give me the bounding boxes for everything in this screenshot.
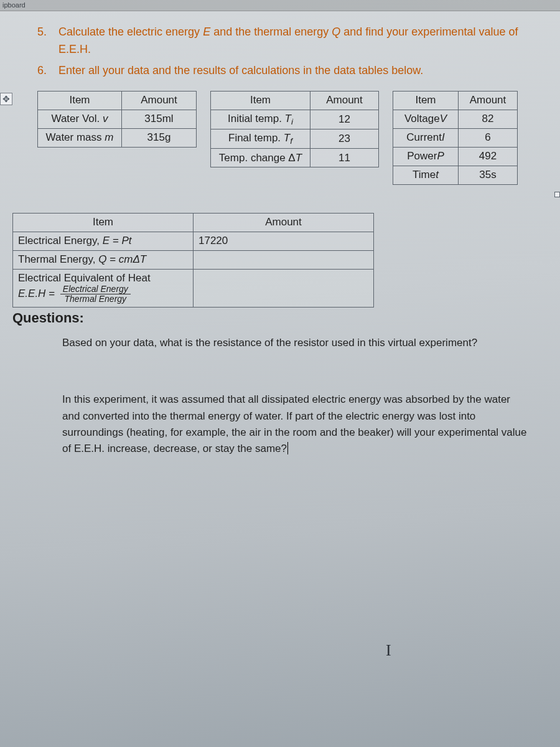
question-2[interactable]: In this experiment, it was assumed that … bbox=[62, 392, 529, 457]
cell-amount[interactable]: 11 bbox=[310, 149, 379, 167]
header-amount: Amount bbox=[194, 213, 374, 232]
cell-amount[interactable] bbox=[194, 269, 374, 307]
text-cursor-icon bbox=[287, 442, 289, 454]
table-row: Water mass m 315g bbox=[38, 128, 197, 147]
header-amount: Amount bbox=[122, 91, 197, 110]
table-row: VoltageV 82 bbox=[393, 110, 518, 128]
header-item: Item bbox=[13, 213, 194, 232]
header-amount: Amount bbox=[459, 91, 518, 110]
cell-item[interactable]: Temp. change ΔT bbox=[211, 149, 310, 167]
move-icon: ✥ bbox=[2, 94, 10, 104]
questions-header: Questions: bbox=[12, 310, 529, 326]
question-1: Based on your data, what is the resistan… bbox=[62, 335, 529, 351]
table-row: Electrical Equivalent of Heat E.E.H = El… bbox=[13, 269, 374, 307]
table-resize-handle[interactable] bbox=[554, 192, 560, 197]
mouse-ibeam-cursor: I bbox=[386, 641, 391, 660]
table-header-row: Item Amount bbox=[393, 91, 518, 110]
table-row: Water Vol. v 315ml bbox=[38, 110, 197, 128]
cell-item[interactable]: PowerP bbox=[393, 147, 459, 166]
cell-amount[interactable]: 315ml bbox=[122, 110, 197, 128]
cell-item[interactable]: Water mass m bbox=[38, 128, 122, 147]
cell-item[interactable]: Electrical Energy, E = Pt bbox=[13, 232, 194, 250]
cell-amount[interactable]: 492 bbox=[459, 147, 518, 166]
results-table: Item Amount Electrical Energy, E = Pt 17… bbox=[12, 213, 374, 308]
temperature-table: Item Amount Initial temp. Ti 12 Final te… bbox=[210, 91, 379, 168]
ribbon-label: ipboard bbox=[0, 1, 26, 9]
table-row: Electrical Energy, E = Pt 17220 bbox=[13, 232, 374, 250]
header-item: Item bbox=[211, 91, 310, 110]
instruction-item-5: 5. Calculate the electric energy E and t… bbox=[37, 24, 529, 59]
instruction-item-6: 6. Enter all your data and the results o… bbox=[37, 62, 529, 80]
list-number: 6. bbox=[37, 62, 51, 80]
instruction-list: 5. Calculate the electric energy E and t… bbox=[37, 24, 529, 80]
cell-item[interactable]: Water Vol. v bbox=[38, 110, 122, 128]
cell-amount[interactable]: 17220 bbox=[194, 232, 374, 250]
cell-amount[interactable] bbox=[194, 250, 374, 269]
cell-item[interactable]: Thermal Energy, Q = cmΔT bbox=[13, 250, 194, 269]
cell-amount[interactable]: 12 bbox=[310, 110, 379, 129]
cell-amount[interactable]: 23 bbox=[310, 129, 379, 149]
electrical-table: Item Amount VoltageV 82 CurrentI 6 Power… bbox=[393, 91, 518, 185]
header-amount: Amount bbox=[310, 91, 379, 110]
water-table: Item Amount Water Vol. v 315ml Water mas… bbox=[37, 91, 197, 148]
header-item: Item bbox=[393, 91, 459, 110]
list-number: 5. bbox=[37, 24, 51, 59]
table-row: Timet 35s bbox=[393, 166, 518, 184]
table-row: Final temp. Tf 23 bbox=[211, 129, 379, 149]
cell-item[interactable]: Initial temp. Ti bbox=[211, 110, 310, 129]
instruction-text: Enter all your data and the results of c… bbox=[58, 62, 423, 80]
cell-item[interactable]: CurrentI bbox=[393, 128, 459, 147]
table-row: CurrentI 6 bbox=[393, 128, 518, 147]
instruction-text: Calculate the electric energy E and the … bbox=[58, 24, 529, 59]
table-row: Temp. change ΔT 11 bbox=[211, 149, 379, 167]
table-move-handle[interactable]: ✥ bbox=[0, 93, 12, 105]
table-header-row: Item Amount bbox=[38, 91, 197, 110]
cell-amount[interactable]: 6 bbox=[459, 128, 518, 147]
document-page: 5. Calculate the electric energy E and t… bbox=[0, 11, 560, 476]
fraction: Electrical Energy Thermal Energy bbox=[60, 284, 131, 304]
table-row: Initial temp. Ti 12 bbox=[211, 110, 379, 129]
cell-amount[interactable]: 82 bbox=[459, 110, 518, 128]
cell-amount[interactable]: 35s bbox=[459, 166, 518, 184]
cell-amount[interactable]: 315g bbox=[122, 128, 197, 147]
table-header-row: Item Amount bbox=[13, 213, 374, 232]
table-row: Thermal Energy, Q = cmΔT bbox=[13, 250, 374, 269]
app-top-bar: ipboard bbox=[0, 0, 560, 11]
table-row: PowerP 492 bbox=[393, 147, 518, 166]
cell-item[interactable]: VoltageV bbox=[393, 110, 459, 128]
cell-item[interactable]: Final temp. Tf bbox=[211, 129, 310, 149]
cell-item[interactable]: Timet bbox=[393, 166, 459, 184]
table-header-row: Item Amount bbox=[211, 91, 379, 110]
header-item: Item bbox=[38, 91, 122, 110]
cell-item[interactable]: Electrical Equivalent of Heat E.E.H = El… bbox=[13, 269, 194, 307]
data-tables-row: Item Amount Water Vol. v 315ml Water mas… bbox=[37, 91, 529, 185]
